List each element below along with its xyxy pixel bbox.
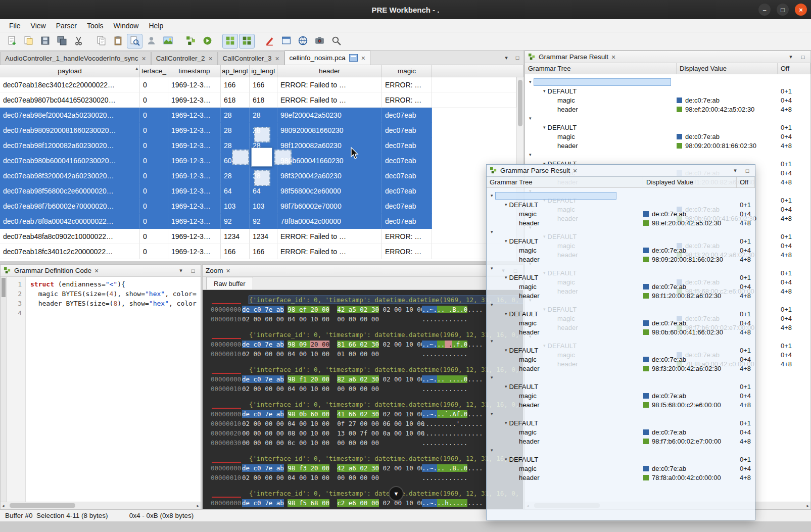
tree-row[interactable]: ▾DEFAULT0+1 [487, 236, 755, 246]
expander-icon[interactable]: ▾ [529, 152, 532, 157]
maximize-button[interactable]: □ [777, 4, 789, 16]
tree-row[interactable]: header98:f1:20:00:82:a6:02:304+8 [487, 291, 755, 300]
window-button[interactable] [278, 34, 294, 49]
expander-icon[interactable]: ▾ [491, 338, 493, 344]
dock-drop-right[interactable] [274, 150, 292, 165]
expander-icon[interactable]: ▾ [491, 302, 493, 307]
menu-window[interactable]: Window [109, 21, 144, 31]
search-button[interactable] [328, 34, 344, 49]
comment-text[interactable]: {'interface_id': 0, 'timestamp': datetim… [249, 490, 523, 497]
scroll-left-icon[interactable]: ◂ [2, 503, 5, 508]
menu-view[interactable]: View [26, 21, 51, 31]
dock-close-icon[interactable]: × [226, 267, 230, 275]
tree-row[interactable]: ▾DEFAULT0+1 [525, 86, 810, 95]
annotate-button[interactable] [262, 34, 277, 49]
tree-row[interactable]: ▾DEFAULT0+1 [487, 200, 755, 209]
table-row[interactable]: dec07eab9807bc0441650230020…01969-12-3…6… [0, 92, 516, 108]
tree-row[interactable]: ▾DEFAULT0+1 [487, 309, 755, 318]
tree-row[interactable]: magicde:c0:7e:ab0+4 [525, 95, 810, 105]
scrollbar-thumb[interactable] [10, 503, 75, 508]
dock-float-icon[interactable]: □ [743, 167, 752, 175]
dock-menu-icon[interactable]: ▾ [176, 267, 185, 275]
menu-parser[interactable]: Parser [51, 21, 82, 31]
hex-line[interactable]: 0000003000 00 00 00 0c 00 10 00 00 00 00… [211, 438, 523, 448]
column-header-ap_lengt[interactable]: ap_lengt [221, 65, 250, 77]
document-tab[interactable]: CallController_3× [218, 52, 284, 65]
tree-row[interactable]: magicde:c0:7e:ab0+4 [487, 355, 755, 364]
expander-icon[interactable]: ▾ [491, 193, 493, 198]
menu-file[interactable]: File [4, 21, 26, 31]
code-horizontal-scrollbar[interactable]: ◂ ▸ [1, 502, 201, 509]
comment-text[interactable]: {'interface_id': 0, 'timestamp': datetim… [249, 455, 523, 462]
tree-row[interactable]: header98:f7:b6:00:02:e7:00:004+8 [487, 437, 755, 446]
tab-close-icon[interactable]: × [141, 55, 146, 63]
dock-titlebar[interactable]: Grammar Definition Code × ▾ □ [1, 265, 201, 277]
expander-icon[interactable]: ▾ [505, 311, 507, 316]
expander-icon[interactable]: ▾ [505, 238, 507, 244]
dock-close-icon[interactable]: × [94, 267, 99, 275]
screenshot-button[interactable] [160, 34, 176, 49]
close-button[interactable]: × [795, 4, 807, 16]
tree-row[interactable]: ▾ [525, 150, 810, 159]
tree-row[interactable]: magicde:c0:7e:ab0+4 [487, 391, 755, 400]
tree-row[interactable]: ▾ [487, 191, 755, 200]
hex-view[interactable]: {'interface_id': 0, 'timestamp': datetim… [203, 290, 523, 509]
table-row[interactable]: dec07eab98ef200042a50230020…01969-12-3…2… [0, 108, 516, 123]
column-header-header[interactable]: header [277, 65, 382, 77]
dock-close-icon[interactable]: × [611, 53, 615, 61]
dock-close-icon[interactable]: × [573, 167, 577, 175]
paste-button[interactable] [110, 34, 126, 49]
expander-icon[interactable]: ▾ [529, 116, 532, 121]
cut-button[interactable] [71, 34, 86, 49]
tree-row[interactable]: header98:09:20:00:81:66:02:304+8 [487, 255, 755, 264]
tree-row[interactable]: magicde:c0:7e:ab0+4 [487, 246, 755, 255]
dock-titlebar[interactable]: Grammar Parse Result × ▾ □ [525, 51, 810, 63]
column-header-payload[interactable]: payload▴ [0, 65, 140, 77]
expander-icon[interactable]: ▾ [505, 420, 507, 425]
expander-icon[interactable]: ▾ [543, 88, 546, 93]
table-row[interactable]: dec07eab18ec3401c2c20000022…01969-12-3…1… [0, 77, 516, 92]
scroll-down-indicator[interactable]: ▼ [389, 486, 404, 501]
hex-line[interactable]: 00000000de c0 7e ab 98 ef 20 00 42 a5 02… [211, 305, 523, 314]
tab-raw-buffer[interactable]: Raw buffer [206, 277, 253, 289]
tree-row[interactable]: ▾ [525, 77, 810, 86]
expander-icon[interactable]: ▾ [491, 375, 493, 380]
document-tab[interactable]: CallController_2× [151, 52, 218, 65]
tree-row[interactable]: header98:f5:68:00:c2:e6:00:004+8 [487, 400, 755, 409]
save-all-button[interactable] [54, 34, 70, 49]
hex-line[interactable]: 0000001002 00 00 00 04 00 10 00 01 00 00… [211, 349, 523, 359]
expander-icon[interactable]: ▾ [505, 202, 507, 207]
tree-row[interactable]: magicde:c0:7e:ab0+4 [487, 427, 755, 437]
tree-row[interactable]: ▾DEFAULT0+1 [487, 346, 755, 355]
table-row[interactable]: dec07eab48fa8c0902c10000022…01969-12-3…1… [0, 229, 516, 244]
tab-close-icon[interactable]: × [275, 55, 279, 63]
tree-row[interactable]: magicde:c0:7e:ab0+4 [487, 464, 755, 473]
hex-line[interactable]: 0000001002 00 00 00 04 00 10 00 00 00 00… [211, 384, 523, 394]
open-document-button[interactable] [21, 34, 36, 49]
table-row[interactable]: dec07eab98f7b60002e70000020…01969-12-3…1… [0, 199, 516, 214]
expander-icon[interactable]: ▾ [529, 79, 532, 84]
document-tab[interactable]: AudioController_1_handleVocoderInfo_sync… [0, 52, 151, 65]
hex-line[interactable]: 00000000de c0 7e ab 98 f3 20 00 42 a6 02… [211, 463, 523, 473]
tree-row[interactable]: ▾DEFAULT0+1 [487, 382, 755, 391]
column-header-timestamp[interactable]: timestamp [168, 65, 221, 77]
hex-line[interactable]: 0000002000 00 00 00 08 00 10 00 13 00 7f… [211, 428, 523, 438]
tree-row[interactable]: header78:f8:a0:00:42:c0:00:004+8 [487, 473, 755, 482]
code-editor[interactable]: struct (endianness="<"){ magic BYTES(siz… [26, 277, 201, 502]
grid-view-button[interactable] [222, 34, 238, 49]
tab-list-dropdown-icon[interactable]: ▾ [501, 53, 511, 63]
scroll-right-icon[interactable]: ▸ [806, 503, 809, 508]
tree-row[interactable]: magicde:c0:7e:ab0+4 [487, 282, 755, 291]
tree-row[interactable]: ▾ [487, 227, 755, 236]
tab-window-icon[interactable] [349, 54, 358, 62]
tree-row[interactable]: ▾ [487, 373, 755, 382]
run-button[interactable] [200, 34, 215, 49]
expander-icon[interactable]: ▾ [543, 125, 546, 130]
expander-icon[interactable]: ▾ [505, 275, 507, 280]
column-offset[interactable]: Off [737, 177, 755, 187]
tree-row[interactable]: ▾DEFAULT0+1 [525, 123, 810, 132]
expander-icon[interactable]: ▾ [491, 411, 493, 416]
comment-text[interactable]: {'interface_id': 0, 'timestamp': datetim… [249, 366, 523, 373]
tree-row[interactable]: header98:09:20:00:81:66:02:304+8 [525, 141, 810, 150]
dock-float-icon[interactable]: □ [188, 267, 198, 275]
